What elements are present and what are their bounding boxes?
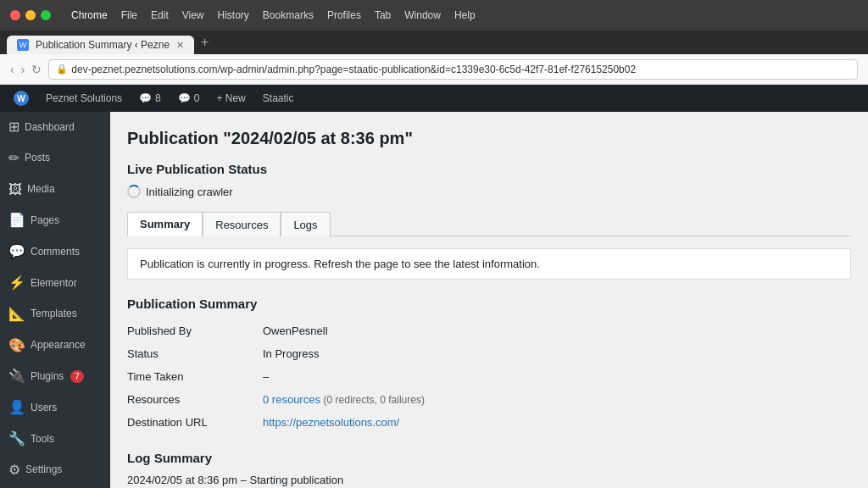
pages-icon: 📄: [8, 212, 25, 230]
menu-help[interactable]: Help: [454, 9, 476, 21]
sidebar-item-templates[interactable]: 📐 Templates: [0, 299, 110, 330]
label-status: Status: [127, 342, 263, 365]
tab-title: Publication Summary ‹ Pezne: [36, 39, 170, 51]
menu-edit[interactable]: Edit: [151, 9, 169, 21]
dashboard-icon: ⊞: [8, 119, 19, 136]
close-button[interactable]: [10, 10, 20, 20]
sidebar-label-dashboard: Dashboard: [25, 121, 75, 135]
sidebar-item-dashboard[interactable]: ⊞ Dashboard: [0, 112, 110, 143]
menu-window[interactable]: Window: [404, 9, 441, 21]
table-row: Destination URL https://peznetsolutions.…: [127, 411, 851, 434]
sidebar-item-settings[interactable]: ⚙ Settings: [0, 455, 110, 486]
sidebar-label-settings: Settings: [25, 463, 62, 477]
sidebar-item-comments[interactable]: 💬 Comments: [0, 236, 110, 268]
posts-icon: ✏: [8, 150, 19, 168]
table-row: Time Taken –: [127, 365, 851, 388]
comments-icon: 💬: [139, 92, 152, 104]
sidebar-label-elementor: Elementor: [31, 277, 77, 291]
sidebar-label-posts: Posts: [25, 152, 50, 165]
menu-profiles[interactable]: Profiles: [327, 9, 361, 21]
staatic-label: Staatic: [263, 92, 294, 104]
publication-table: Published By OwenPesnell Status In Progr…: [127, 319, 851, 434]
sidebar-item-appearance[interactable]: 🎨 Appearance: [0, 330, 110, 362]
menu-bookmarks[interactable]: Bookmarks: [263, 9, 314, 21]
publication-summary-title: Publication Summary: [127, 297, 851, 311]
wp-layout: ⊞ Dashboard ✏ Posts 🖼 Media 📄 Pages 💬 Co…: [0, 112, 868, 488]
page-title: Publication "2024/02/05 at 8:36 pm": [127, 129, 851, 148]
sidebar-label-pages: Pages: [31, 214, 59, 228]
sidebar-label-comments: Comments: [31, 246, 80, 259]
sidebar-item-users[interactable]: 👤 Users: [0, 392, 110, 424]
sidebar-label-templates: Templates: [31, 308, 77, 321]
site-name-item[interactable]: Peznet Solutions: [39, 85, 129, 112]
tab-close-button[interactable]: ✕: [176, 40, 184, 51]
active-browser-tab[interactable]: W Publication Summary ‹ Pezne ✕: [7, 36, 194, 54]
sidebar-label-users: Users: [31, 402, 57, 415]
destination-url-link[interactable]: https://peznetsolutions.com/: [263, 416, 399, 429]
tab-logs[interactable]: Logs: [281, 212, 330, 236]
value-destination-url: https://peznetsolutions.com/: [263, 411, 851, 434]
menu-history[interactable]: History: [218, 9, 249, 21]
forward-button[interactable]: ›: [21, 63, 25, 76]
wp-adminbar: W Peznet Solutions 💬 8 💬 0 + New Staatic: [0, 85, 868, 112]
label-time-taken: Time Taken: [127, 365, 263, 388]
plugins-badge: 7: [70, 370, 84, 383]
tab-summary[interactable]: Summary: [127, 212, 203, 236]
sidebar-item-plugins[interactable]: 🔌 Plugins 7: [0, 361, 110, 392]
new-tab-button[interactable]: +: [201, 35, 209, 50]
table-row: Status In Progress: [127, 342, 851, 365]
users-icon: 👤: [8, 399, 25, 417]
wp-logo-item[interactable]: W: [7, 85, 36, 112]
traffic-lights: [10, 10, 51, 20]
address-bar[interactable]: 🔒 dev-peznet.peznetsolutions.com/wp-admi…: [48, 59, 858, 80]
templates-icon: 📐: [8, 306, 25, 324]
menu-tab[interactable]: Tab: [375, 9, 391, 21]
browser-addressbar: ‹ › ↻ 🔒 dev-peznet.peznetsolutions.com/w…: [0, 54, 868, 85]
resources-link[interactable]: 0 resources: [263, 393, 320, 406]
publication-tabs: Summary Resources Logs: [127, 212, 851, 236]
menu-file[interactable]: File: [121, 9, 137, 21]
value-published-by: OwenPesnell: [263, 319, 851, 342]
comments-item[interactable]: 💬 8: [132, 85, 168, 112]
tab-resources[interactable]: Resources: [203, 212, 281, 236]
menu-view[interactable]: View: [182, 9, 204, 21]
comments-icon: 💬: [8, 243, 25, 261]
minimize-button[interactable]: [25, 10, 36, 20]
value-resources: 0 resources (0 redirects, 0 failures): [263, 388, 851, 411]
log-entry-0: 2024/02/05 at 8:36 pm – Starting publica…: [127, 474, 851, 486]
sidebar-label-appearance: Appearance: [31, 339, 86, 352]
status-text: Initializing crawler: [146, 186, 233, 198]
log-summary: Log Summary 2024/02/05 at 8:36 pm – Star…: [127, 451, 851, 488]
new-item[interactable]: + New: [209, 85, 252, 112]
sidebar-item-elementor[interactable]: ⚡ Elementor: [0, 268, 110, 299]
sidebar-item-media[interactable]: 🖼 Media: [0, 175, 110, 206]
menu-chrome[interactable]: Chrome: [71, 9, 108, 21]
tab-favicon: W: [17, 39, 29, 51]
spinner-icon: [127, 185, 141, 198]
wp-sidebar: ⊞ Dashboard ✏ Posts 🖼 Media 📄 Pages 💬 Co…: [0, 112, 110, 488]
label-destination-url: Destination URL: [127, 411, 263, 434]
address-text: dev-peznet.peznetsolutions.com/wp-admin/…: [71, 64, 636, 75]
media-icon: 🖼: [8, 181, 22, 199]
sidebar-label-tools: Tools: [31, 433, 54, 446]
maximize-button[interactable]: [41, 10, 51, 20]
staatic-item[interactable]: Staatic: [256, 85, 301, 112]
tools-icon: 🔧: [8, 430, 25, 448]
status-row: Initializing crawler: [127, 185, 851, 198]
browser-tab-bar: W Publication Summary ‹ Pezne ✕ +: [0, 30, 868, 54]
log-summary-title: Log Summary: [127, 451, 851, 465]
settings-icon: ⚙: [8, 462, 20, 480]
label-published-by: Published By: [127, 319, 263, 342]
back-button[interactable]: ‹: [10, 63, 14, 76]
sidebar-item-pages[interactable]: 📄 Pages: [0, 205, 110, 236]
new-label: + New: [216, 92, 245, 104]
messages-item[interactable]: 💬 0: [171, 85, 207, 112]
messages-icon: 💬: [178, 92, 191, 104]
browser-menu: Chrome File Edit View History Bookmarks …: [71, 9, 476, 21]
appearance-icon: 🎨: [8, 337, 25, 355]
reload-button[interactable]: ↻: [31, 63, 42, 76]
sidebar-item-posts[interactable]: ✏ Posts: [0, 143, 110, 175]
sidebar-item-tools[interactable]: 🔧 Tools: [0, 424, 110, 455]
wp-main: Publication "2024/02/05 at 8:36 pm" Live…: [110, 112, 868, 488]
sidebar-label-media: Media: [27, 183, 55, 197]
